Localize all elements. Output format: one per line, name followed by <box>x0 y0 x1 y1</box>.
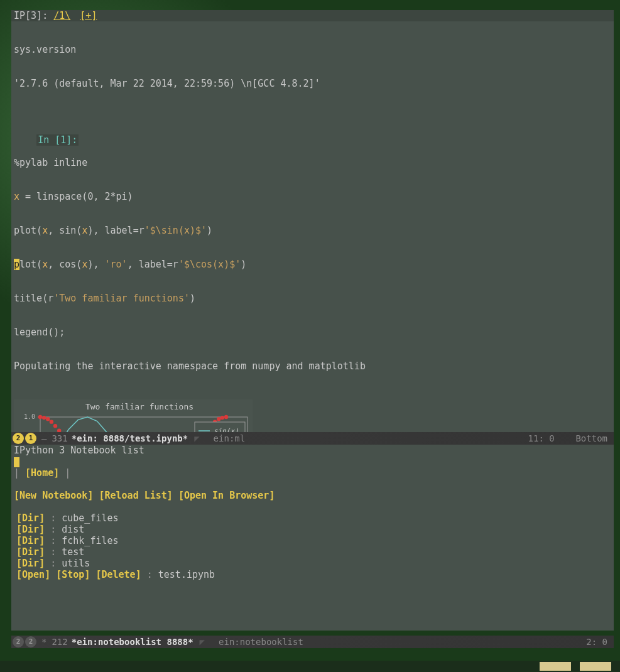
code-line[interactable]: title(r'Two familiar functions') <box>14 293 611 304</box>
notebooklist-title: IPython 3 Notebook list <box>11 445 614 456</box>
separator-icon: ◤ <box>194 433 199 444</box>
cursor <box>14 457 19 467</box>
buffer-name: *ein:notebooklist 8888* <box>72 636 193 648</box>
code-line[interactable]: plot(x, cos(x), 'ro', label=r'$\cos(x)$'… <box>14 259 611 270</box>
cursor: p <box>14 259 19 270</box>
dir-row: [Dir] : fchk_files <box>11 535 614 546</box>
svg-text:1.0: 1.0 <box>24 413 35 420</box>
dir-row: [Dir] : utils <box>11 558 614 569</box>
dir-name: dist <box>62 524 84 535</box>
modeline-top: 2 1 – 331 *ein: 8888/test.ipynb* ◤ ein:m… <box>11 432 614 445</box>
window-badge: 2 <box>13 433 24 444</box>
file-row: [Open] [Stop] [Delete] : test.ipynb <box>11 569 614 580</box>
editor-pane-notebooklist[interactable]: IPython 3 Notebook list | [Home] | [New … <box>11 445 614 631</box>
dir-name: utils <box>62 558 90 569</box>
output-line: '2.7.6 (default, Mar 22 2014, 22:59:56) … <box>14 78 611 89</box>
tab-add[interactable]: [+] <box>80 10 97 21</box>
line-indicator: 212 <box>52 636 67 648</box>
major-mode: ein:ml <box>214 433 246 444</box>
svg-point-76 <box>220 416 224 420</box>
modified-indicator: * <box>41 636 46 648</box>
svg-point-77 <box>224 415 228 419</box>
svg-text:Two familiar functions: Two familiar functions <box>85 402 193 411</box>
svg-point-31 <box>50 420 53 423</box>
line-indicator: 331 <box>52 433 67 444</box>
cursor-position: 11: 0 Bottom <box>528 433 607 444</box>
svg-point-75 <box>217 417 220 421</box>
in-prompt: In [1]: <box>36 134 79 146</box>
separator-icon: ◤ <box>200 636 205 648</box>
tab-bar: IP[3]: /1\ [+] <box>11 10 614 21</box>
dir-name: fchk_files <box>62 535 118 546</box>
stop-button[interactable]: Stop <box>62 569 84 580</box>
dir-name: test <box>62 546 84 558</box>
tab-label: IP[3]: <box>14 10 48 21</box>
window-badge: 1 <box>25 433 36 444</box>
dir-button[interactable]: Dir <box>22 535 39 546</box>
svg-point-28 <box>38 415 42 419</box>
new-notebook-button[interactable]: New Notebook <box>19 490 87 501</box>
cell-output: Populating the interactive namespace fro… <box>14 360 611 372</box>
breadcrumb: | [Home] | <box>11 467 614 479</box>
editor-pane-notebook[interactable]: IP[3]: /1\ [+] sys.version '2.7.6 (defau… <box>11 10 614 432</box>
dir-row: [Dir] : test <box>11 546 614 558</box>
dir-button[interactable]: Dir <box>22 512 39 524</box>
window-badge: 2 <box>25 636 36 648</box>
action-row: [New Notebook] [Reload List] [Open In Br… <box>11 490 614 501</box>
dir-name: cube_files <box>62 512 118 524</box>
modeline-bottom: 2 2 * 212 *ein:notebooklist 8888* ◤ ein:… <box>11 636 614 648</box>
reload-list-button[interactable]: Reload List <box>105 490 167 501</box>
taskbar <box>0 661 620 672</box>
major-mode: ein:notebooklist <box>219 636 303 648</box>
dir-button[interactable]: Dir <box>22 546 39 558</box>
dir-row: [Dir] : cube_files <box>11 512 614 524</box>
taskbar-item[interactable] <box>580 662 611 671</box>
svg-point-29 <box>42 416 46 420</box>
delete-button[interactable]: Delete <box>101 569 135 580</box>
open-button[interactable]: Open <box>22 569 45 580</box>
cursor-position: 2: 0 <box>586 636 607 648</box>
buffer-name: *ein: 8888/test.ipynb* <box>72 433 188 444</box>
dir-button[interactable]: Dir <box>22 558 39 569</box>
taskbar-item[interactable] <box>540 662 571 671</box>
code-line[interactable]: legend(); <box>14 327 611 338</box>
cell-1[interactable]: In [1]: %pylab inline x = linspace(0, 2*… <box>11 123 614 394</box>
code-line[interactable]: %pylab inline <box>14 157 611 168</box>
output-line: sys.version <box>14 44 611 55</box>
dir-button[interactable]: Dir <box>22 524 39 535</box>
code-line[interactable]: plot(x, sin(x), label=r'$\sin(x)$') <box>14 225 611 236</box>
code-line[interactable]: x = linspace(0, 2*pi) <box>14 191 611 202</box>
dir-row: [Dir] : dist <box>11 524 614 535</box>
cell-output-version: sys.version '2.7.6 (default, Mar 22 2014… <box>11 21 614 112</box>
svg-point-32 <box>53 424 57 428</box>
open-browser-button[interactable]: Open In Browser <box>184 490 269 501</box>
home-button[interactable]: Home <box>31 467 53 479</box>
window-badge: 2 <box>13 636 24 648</box>
file-name: test.ipynb <box>158 569 215 580</box>
svg-point-30 <box>46 417 50 421</box>
tab-current[interactable]: /1\ <box>53 10 70 21</box>
